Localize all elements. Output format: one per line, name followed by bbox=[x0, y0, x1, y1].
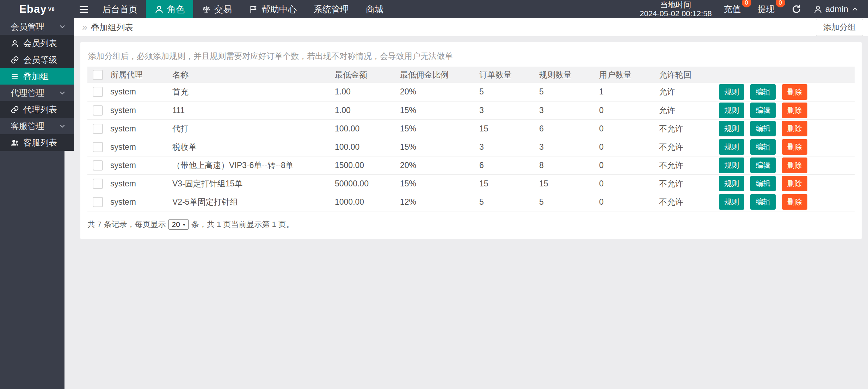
cell-min-commission: 15% bbox=[396, 174, 476, 193]
delete-button[interactable]: 删除 bbox=[782, 176, 807, 191]
chevron-down-icon bbox=[59, 89, 66, 97]
nav-item-trade[interactable]: 交易 bbox=[193, 0, 240, 18]
link-icon bbox=[11, 105, 19, 114]
edit-button[interactable]: 编辑 bbox=[750, 103, 776, 118]
frame: 会员管理 会员列表 会员等级 叠加组 代理管理 代理列表 bbox=[0, 18, 868, 389]
cell-name: 代打 bbox=[169, 119, 331, 138]
row-checkbox[interactable] bbox=[93, 142, 103, 152]
cell-name: 首充 bbox=[169, 83, 331, 101]
cell-min-amount: 100.00 bbox=[331, 119, 396, 138]
person-icon bbox=[11, 39, 19, 48]
delete-button[interactable]: 删除 bbox=[782, 84, 807, 100]
per-page-value: 20 bbox=[172, 220, 180, 229]
sidebar-item-member-list[interactable]: 会员列表 bbox=[0, 35, 74, 51]
cell-agent: system bbox=[107, 119, 169, 138]
cell-agent: system bbox=[107, 193, 169, 211]
logo: EbayV8 bbox=[0, 0, 74, 18]
user-menu[interactable]: admin bbox=[813, 4, 859, 14]
cell-min-amount: 100.00 bbox=[331, 138, 396, 156]
nav-item-roles[interactable]: 角色 bbox=[146, 0, 193, 18]
edit-button[interactable]: 编辑 bbox=[750, 176, 776, 191]
cell-min-commission: 15% bbox=[396, 101, 476, 119]
cell-users: 0 bbox=[596, 138, 655, 156]
delete-button[interactable]: 删除 bbox=[782, 103, 807, 118]
sidebar-group-label: 代理管理 bbox=[11, 87, 44, 99]
delete-button[interactable]: 删除 bbox=[782, 139, 807, 155]
hint-text: 添加分组后，必须添加规则，并且规则需要对应好订单个数，若出现不对称情况，会导致用… bbox=[88, 51, 854, 62]
sidebar-item-member-level[interactable]: 会员等级 bbox=[0, 51, 74, 68]
sidebar-item-support-list[interactable]: 客服列表 bbox=[0, 134, 74, 151]
cell-users: 0 bbox=[596, 174, 655, 193]
nav-item-home[interactable]: 后台首页 bbox=[94, 0, 146, 18]
cell-orders: 3 bbox=[476, 101, 536, 119]
recharge-button[interactable]: 充值 0 bbox=[724, 4, 746, 15]
sidebar-group-members[interactable]: 会员管理 bbox=[0, 18, 74, 35]
add-group-button[interactable]: 添加分组 bbox=[816, 19, 863, 36]
cell-rules: 3 bbox=[536, 138, 596, 156]
col-min-commission: 最低佣金比例 bbox=[396, 67, 476, 83]
cell-loop: 不允许 bbox=[655, 119, 715, 138]
nav-item-system[interactable]: 系统管理 bbox=[305, 0, 357, 18]
cell-name: V2-5单固定打针组 bbox=[169, 193, 331, 211]
sidebar-toggle-button[interactable] bbox=[74, 0, 94, 18]
cell-loop: 不允许 bbox=[655, 174, 715, 193]
cell-rules: 15 bbox=[536, 174, 596, 193]
rule-button[interactable]: 规则 bbox=[719, 176, 744, 191]
per-page-select[interactable]: 20 ▾ bbox=[168, 219, 188, 230]
row-checkbox[interactable] bbox=[93, 87, 103, 97]
nav-right: 当地时间 2024-05-02 00:12:58 充值 0 提现 0 admin bbox=[640, 0, 868, 18]
edit-button[interactable]: 编辑 bbox=[750, 121, 776, 136]
sidebar-group-label: 客服管理 bbox=[11, 121, 44, 132]
local-time: 当地时间 2024-05-02 00:12:58 bbox=[640, 0, 712, 18]
edit-button[interactable]: 编辑 bbox=[750, 194, 776, 210]
row-checkbox[interactable] bbox=[93, 179, 103, 189]
row-checkbox[interactable] bbox=[93, 197, 103, 207]
recharge-label: 充值 bbox=[724, 4, 741, 14]
nav-item-help[interactable]: 帮助中心 bbox=[240, 0, 305, 18]
cell-orders: 6 bbox=[476, 156, 536, 174]
cell-name: （带他上高速）VIP3-6单--转--8单 bbox=[169, 156, 331, 174]
delete-button[interactable]: 删除 bbox=[782, 158, 807, 173]
rule-button[interactable]: 规则 bbox=[719, 84, 744, 100]
nav-item-mall[interactable]: 商城 bbox=[357, 0, 392, 18]
sidebar-item-agent-list[interactable]: 代理列表 bbox=[0, 101, 74, 118]
rule-button[interactable]: 规则 bbox=[719, 194, 744, 210]
cell-loop: 允许 bbox=[655, 101, 715, 119]
row-checkbox[interactable] bbox=[93, 160, 103, 171]
cell-loop: 不允许 bbox=[655, 138, 715, 156]
rule-button[interactable]: 规则 bbox=[719, 139, 744, 155]
rule-button[interactable]: 规则 bbox=[719, 121, 744, 136]
local-time-value: 2024-05-02 00:12:58 bbox=[640, 9, 712, 18]
sidebar-group-agents[interactable]: 代理管理 bbox=[0, 85, 74, 101]
main-menu: 后台首页 角色 交易 帮助中心 系统管理 商城 bbox=[94, 0, 392, 18]
edit-button[interactable]: 编辑 bbox=[750, 158, 776, 173]
cell-min-commission: 15% bbox=[396, 138, 476, 156]
col-min-amount: 最低金额 bbox=[331, 67, 396, 83]
edit-button[interactable]: 编辑 bbox=[750, 139, 776, 155]
cell-orders: 15 bbox=[476, 174, 536, 193]
edit-button[interactable]: 编辑 bbox=[750, 84, 776, 100]
delete-button[interactable]: 删除 bbox=[782, 121, 807, 136]
cell-users: 0 bbox=[596, 119, 655, 138]
cell-users: 0 bbox=[596, 156, 655, 174]
delete-button[interactable]: 删除 bbox=[782, 194, 807, 210]
sidebar-item-label: 会员列表 bbox=[23, 38, 57, 49]
sidebar-item-stack-group[interactable]: 叠加组 bbox=[0, 68, 74, 85]
cell-orders: 5 bbox=[476, 193, 536, 211]
select-all-checkbox[interactable] bbox=[93, 70, 103, 80]
local-time-label: 当地时间 bbox=[640, 0, 712, 9]
select-caret-icon: ▾ bbox=[183, 222, 185, 227]
col-name: 名称 bbox=[169, 67, 331, 83]
col-users: 用户数量 bbox=[596, 67, 655, 83]
withdraw-button[interactable]: 提现 0 bbox=[758, 4, 780, 15]
table-row: system V2-5单固定打针组 1000.00 12% 5 5 0 不允许 … bbox=[87, 193, 855, 211]
cell-name: V3-固定打针组15单 bbox=[169, 174, 331, 193]
cell-rules: 3 bbox=[536, 101, 596, 119]
rule-button[interactable]: 规则 bbox=[719, 103, 744, 118]
row-checkbox[interactable] bbox=[93, 124, 103, 134]
refresh-button[interactable] bbox=[792, 4, 801, 14]
row-checkbox[interactable] bbox=[93, 105, 103, 116]
nav-item-label: 后台首页 bbox=[102, 4, 137, 15]
sidebar-group-support[interactable]: 客服管理 bbox=[0, 118, 74, 134]
rule-button[interactable]: 规则 bbox=[719, 158, 744, 173]
